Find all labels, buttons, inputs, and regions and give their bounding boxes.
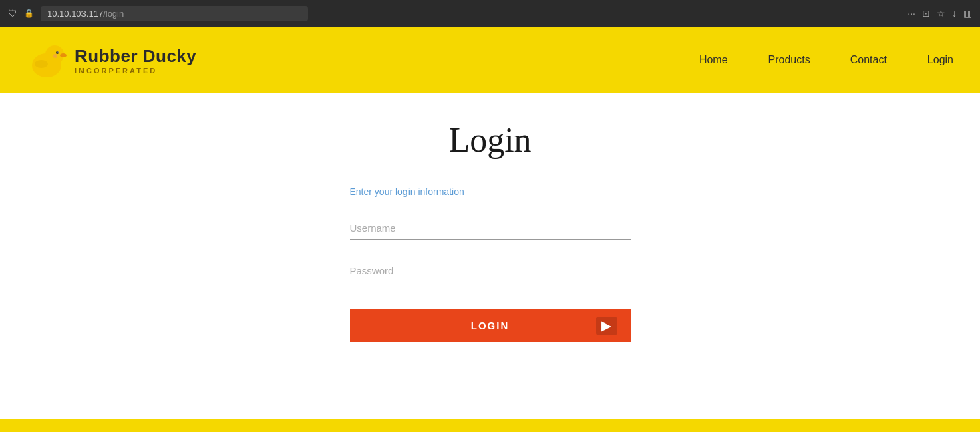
navbar: Rubber Ducky INCORPERATED Home Products … (0, 27, 980, 93)
logo-subtitle: INCORPERATED (75, 67, 196, 75)
footer (0, 419, 980, 432)
page-title: Login (448, 120, 531, 160)
svg-point-3 (57, 51, 58, 52)
browser-url-bar[interactable]: 10.10.103.117/login (41, 6, 308, 21)
nav-item-login[interactable]: Login (927, 54, 953, 66)
svg-point-4 (60, 53, 67, 57)
star-icon[interactable]: ☆ (937, 8, 945, 19)
download-icon[interactable]: ↓ (952, 8, 957, 19)
main-content: Login Enter your login information LOGIN… (0, 93, 980, 419)
nav-item-products[interactable]: Products (768, 54, 810, 66)
nav-link-login[interactable]: Login (927, 54, 953, 65)
username-input[interactable] (350, 217, 631, 240)
logo-link[interactable]: Rubber Ducky INCORPERATED (27, 40, 196, 80)
username-group (350, 217, 631, 240)
pocket-icon[interactable]: ⊡ (922, 8, 930, 19)
svg-point-5 (35, 60, 48, 68)
lock-icon: 🔒 (24, 9, 34, 18)
login-button-arrow: ▶ (596, 317, 617, 335)
login-button[interactable]: LOGIN ▶ (350, 309, 631, 342)
browser-actions: ··· ⊡ ☆ ↓ ▥ (907, 8, 972, 19)
browser-chrome: 🛡 🔒 10.10.103.117/login ··· ⊡ ☆ ↓ ▥ (0, 0, 980, 27)
nav-item-home[interactable]: Home (699, 54, 728, 66)
login-form: Enter your login information LOGIN ▶ (350, 186, 631, 342)
login-button-label: LOGIN (471, 320, 510, 331)
password-input[interactable] (350, 260, 631, 282)
duck-logo (27, 40, 67, 80)
svg-point-6 (53, 54, 57, 58)
url-path: /login (103, 9, 124, 19)
shield-icon: 🛡 (8, 8, 17, 19)
nav-link-products[interactable]: Products (768, 54, 810, 65)
form-subtitle: Enter your login information (350, 186, 631, 197)
logo-title: Rubber Ducky (75, 46, 196, 67)
nav-link-contact[interactable]: Contact (850, 54, 887, 65)
nav-links: Home Products Contact Login (699, 54, 953, 66)
password-group (350, 260, 631, 282)
logo-text: Rubber Ducky INCORPERATED (75, 46, 196, 75)
nav-item-contact[interactable]: Contact (850, 54, 887, 66)
url-host: 10.10.103.117 (47, 9, 103, 19)
sidebar-icon[interactable]: ▥ (963, 8, 972, 19)
nav-link-home[interactable]: Home (699, 54, 728, 65)
more-icon[interactable]: ··· (907, 8, 915, 19)
